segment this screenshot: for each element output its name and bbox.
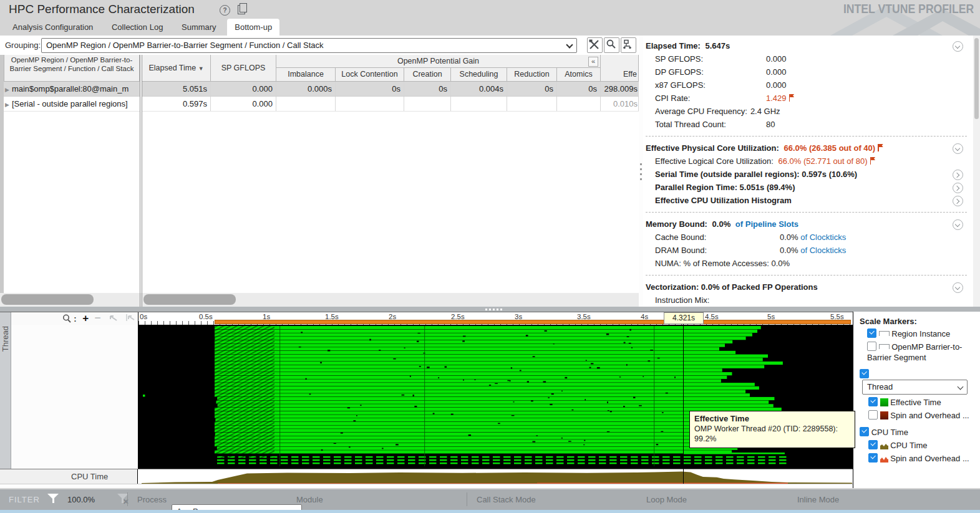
table-row[interactable]: ▶[Serial - outside parallel regions]	[4, 97, 140, 112]
collapse-section-icon[interactable]	[953, 282, 963, 293]
tools-icon	[588, 38, 601, 51]
name-column-header[interactable]: OpenMP Region / OpenMP Barrier-to-Barrie…	[4, 55, 140, 82]
cell-imbalance: 0.000s	[276, 82, 336, 96]
undo-zoom-icon[interactable]	[108, 314, 118, 322]
cell-sp-gflops: 0.000	[211, 82, 276, 96]
row-expander-icon[interactable]: ▶	[5, 102, 9, 108]
horizontal-splitter-handle[interactable]	[0, 307, 980, 312]
region-instance-label: Region Instance	[891, 329, 950, 338]
tab-collection-log[interactable]: Collection Log	[104, 19, 170, 36]
cpu-time-checkbox[interactable]	[868, 440, 878, 449]
scrollbar-thumb[interactable]	[974, 38, 979, 119]
filter-funnel-icon[interactable]	[47, 494, 59, 504]
column-header-sp-gflops[interactable]: SP GFLOPS	[211, 55, 276, 82]
column-header-text: Scheduling	[460, 70, 498, 79]
grouping-select[interactable]: OpenMP Region / OpenMP Barrier-to-Barrie…	[41, 38, 577, 53]
column-header-text: SP GFLOPS	[221, 64, 266, 72]
barrier-segment-checkbox[interactable]	[867, 342, 876, 351]
grid-scrollbar-track[interactable]	[0, 293, 639, 307]
table-row[interactable]: 5.051s 0.000 0.000s 0s 0s 0.004s 0s 0s 2…	[142, 82, 639, 97]
customize-grouping-button[interactable]	[587, 37, 603, 53]
collapse-group-button[interactable]: «	[588, 57, 598, 67]
scrollbar-thumb[interactable]	[1, 294, 94, 305]
row-expander-icon[interactable]: ▶	[5, 87, 9, 93]
cpu-time-area-chart[interactable]	[138, 469, 853, 484]
collapse-section-icon[interactable]	[953, 41, 963, 52]
column-header-scheduling[interactable]: Scheduling	[451, 68, 507, 82]
column-header-imbalance[interactable]: Imbalance	[276, 68, 336, 82]
scrollbar-thumb[interactable]	[143, 294, 236, 305]
chevron-down-icon	[566, 41, 573, 48]
column-header-creation[interactable]: Creation	[404, 68, 451, 82]
region-instance-bar[interactable]	[215, 320, 851, 324]
inline-mode-label: Inline Mode	[797, 495, 839, 504]
clockticks-link[interactable]: of Clockticks	[800, 246, 846, 255]
row-name: main$omp$parallel:80@main_m	[12, 84, 129, 93]
search-button[interactable]	[604, 37, 619, 53]
thread-track-select[interactable]: Thread	[862, 380, 968, 395]
zoom-history-icon[interactable]	[125, 314, 135, 322]
cell-effective: 298.009s	[601, 82, 639, 96]
cell-lock	[336, 97, 404, 111]
bottom-up-grid: OpenMP Region / OpenMP Barrier-to-Barrie…	[0, 55, 639, 293]
tab-summary[interactable]: Summary	[174, 19, 224, 36]
column-header-atomics[interactable]: Atomics	[557, 68, 601, 82]
spin-overhead-checkbox[interactable]	[868, 410, 878, 420]
zoom-out-button[interactable]: −	[95, 312, 101, 324]
tooltip-title: Effective Time	[694, 414, 850, 424]
column-header-lock-contention[interactable]: Lock Contention	[336, 68, 404, 82]
timeline-cursor-line[interactable]	[683, 314, 684, 484]
thread-track-checkbox[interactable]	[860, 369, 869, 378]
timeline-ruler[interactable]: 0s 0.5s 1s 1.5s 2s 2.5s 3s 3.5s 4s 4.5s …	[138, 312, 853, 325]
collapse-section-icon[interactable]	[953, 143, 963, 154]
timeline-tooltip: Effective Time OMP Worker Thread #20 (TI…	[689, 411, 855, 448]
expand-section-icon[interactable]	[953, 170, 963, 180]
metric-value: 0.0%	[780, 246, 798, 255]
cursor-time-value: 4.321s	[672, 314, 695, 322]
vertical-splitter-handle[interactable]	[639, 36, 643, 307]
cpu-spin-overhead-swatch	[880, 454, 888, 463]
tab-bottom-up[interactable]: Bottom-up	[227, 19, 279, 36]
metric-value: 0.000	[766, 67, 787, 77]
process-filter-label: Process	[137, 495, 167, 504]
column-header-reduction[interactable]: Reduction	[507, 68, 557, 82]
cell-scheduling	[451, 97, 507, 111]
show-data-options-button[interactable]	[621, 37, 636, 53]
copy-command-icon[interactable]	[238, 5, 245, 14]
expand-section-icon[interactable]	[953, 196, 963, 206]
clockticks-link[interactable]: of Clockticks	[800, 233, 846, 242]
table-row[interactable]: 0.597s 0.000 0.010s	[142, 97, 639, 112]
help-icon[interactable]: ?	[220, 5, 230, 16]
table-row[interactable]: ▶main$omp$parallel:80@main_m	[4, 82, 140, 97]
cpu-spin-overhead-checkbox[interactable]	[868, 453, 878, 463]
thread-names-column[interactable]	[11, 325, 138, 469]
barrier-segment-marker-icon	[879, 344, 890, 349]
timeline-hscroll-strip[interactable]	[0, 484, 853, 488]
tab-analysis-configuration[interactable]: Analysis Configuration	[5, 19, 100, 36]
region-instance-checkbox[interactable]	[867, 328, 876, 338]
expand-section-icon[interactable]	[953, 183, 963, 193]
column-header-effective-time[interactable]: Effe	[601, 55, 639, 82]
cpu-time-row-label: CPU Time	[71, 472, 108, 481]
effective-time-checkbox[interactable]	[868, 397, 878, 406]
grid-data-pane: Elapsed Time ▼ SP GFLOPS OpenMP Potentia…	[142, 55, 639, 293]
zoom-in-button[interactable]: +	[82, 312, 89, 324]
column-group-openmp-potential-gain[interactable]: OpenMP Potential Gain «	[276, 55, 601, 68]
column-header-text: Reduction	[514, 70, 549, 79]
timeline-cursor-time-box[interactable]: 4.321s	[664, 312, 704, 324]
summary-panel: Elapsed Time: 5.647s SP GFLOPS:0.000 DP …	[643, 36, 973, 307]
summary-scrollbar-track[interactable]	[973, 36, 980, 307]
instruction-mix-label: Instruction Mix:	[655, 295, 709, 305]
column-header-elapsed[interactable]: Elapsed Time ▼	[142, 55, 211, 82]
collapse-section-icon[interactable]	[953, 219, 963, 230]
column-group-text: OpenMP Potential Gain	[397, 57, 479, 65]
page-title: HPC Performance Characterization	[9, 2, 195, 16]
cpu-time-row-label-cell[interactable]: CPU Time	[0, 469, 138, 484]
effective-time-label: Effective Time	[890, 398, 941, 407]
cpu-time-group-checkbox[interactable]	[860, 427, 869, 436]
clear-filter-icon[interactable]: ✕	[117, 494, 129, 504]
core-utilization-title: Effective Physical Core Utilization:	[646, 143, 779, 153]
timeline-legend-panel: Scale Markers: Region Instance OpenMP Ba…	[853, 312, 980, 488]
pipeline-slots-link[interactable]: of Pipeline Slots	[735, 219, 798, 229]
sort-desc-icon: ▼	[198, 65, 204, 72]
